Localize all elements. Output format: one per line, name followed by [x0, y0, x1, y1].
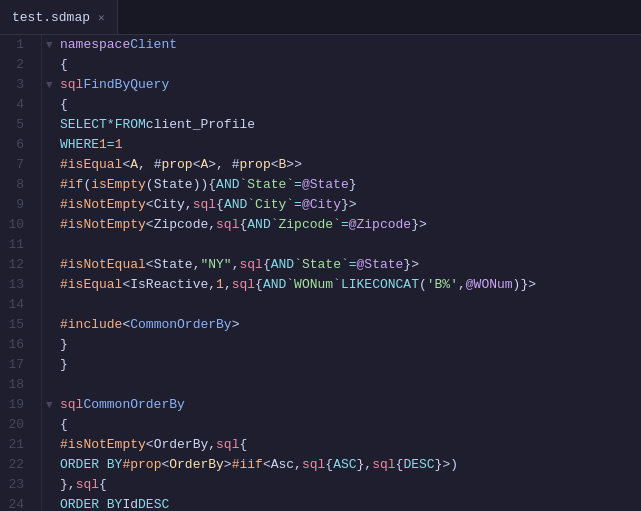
- code-line-7: #isEqual<A, #prop<A>, #prop<B>>: [46, 155, 641, 175]
- code-line-22: ORDER BY #prop<OrderBy> #iif<Asc, sql{ A…: [46, 455, 641, 475]
- code-line-23: }, sql{: [46, 475, 641, 495]
- gutter-num-23: 23: [0, 475, 32, 495]
- line-number-4: 4: [0, 95, 41, 115]
- line-number-2: 2: [0, 55, 41, 75]
- gutter-num-19: 19: [0, 395, 32, 415]
- tab-close-icon[interactable]: ✕: [98, 11, 105, 24]
- gutter-num-18: 18: [0, 375, 32, 395]
- code-line-9: #isNotEmpty<City, sql{ AND `City` = @Cit…: [46, 195, 641, 215]
- code-line-4: {: [46, 95, 641, 115]
- line-number-23: 23: [0, 475, 41, 495]
- gutter-num-8: 8: [0, 175, 32, 195]
- gutter-num-15: 15: [0, 315, 32, 335]
- code-line-13: #isEqual<IsReactive, 1 , sql{ AND `WONum…: [46, 275, 641, 295]
- gutter-num-12: 12: [0, 255, 32, 275]
- gutter-num-14: 14: [0, 295, 32, 315]
- gutter-num-3: 3: [0, 75, 32, 95]
- tab-label: test.sdmap: [12, 10, 90, 25]
- gutter-num-10: 10: [0, 215, 32, 235]
- code-line-8: #if (isEmpty(State)) { AND `State` = @St…: [46, 175, 641, 195]
- gutter-num-16: 16: [0, 335, 32, 355]
- line-number-19: 19: [0, 395, 41, 415]
- line-number-15: 15: [0, 315, 41, 335]
- line-number-1: 1: [0, 35, 41, 55]
- line-number-16: 16: [0, 335, 41, 355]
- line-number-10: 10: [0, 215, 41, 235]
- line-number-6: 6: [0, 135, 41, 155]
- line-number-7: 7: [0, 155, 41, 175]
- gutter-num-6: 6: [0, 135, 32, 155]
- code-line-2: {: [46, 55, 641, 75]
- gutter-num-1: 1: [0, 35, 32, 55]
- code-line-15: #include<CommonOrderBy>: [46, 315, 641, 335]
- line-number-3: 3: [0, 75, 41, 95]
- code-area[interactable]: ▼namespace Client {▼ sql FindByQuery { S…: [42, 35, 641, 511]
- code-line-3: ▼ sql FindByQuery: [46, 75, 641, 95]
- code-line-6: WHERE 1 = 1: [46, 135, 641, 155]
- line-number-14: 14: [0, 295, 41, 315]
- gutter-num-21: 21: [0, 435, 32, 455]
- gutter-num-13: 13: [0, 275, 32, 295]
- line-number-12: 12: [0, 255, 41, 275]
- line-number-20: 20: [0, 415, 41, 435]
- line-number-5: 5: [0, 115, 41, 135]
- gutter-num-2: 2: [0, 55, 32, 75]
- line-number-24: 24: [0, 495, 41, 511]
- code-line-18: [46, 375, 641, 395]
- gutter-num-4: 4: [0, 95, 32, 115]
- line-number-18: 18: [0, 375, 41, 395]
- gutter-num-24: 24: [0, 495, 32, 511]
- gutter-num-20: 20: [0, 415, 32, 435]
- tab-test-sdmap[interactable]: test.sdmap ✕: [0, 0, 118, 34]
- line-number-13: 13: [0, 275, 41, 295]
- line-number-22: 22: [0, 455, 41, 475]
- code-line-19: ▼sql CommonOrderBy: [46, 395, 641, 415]
- code-line-11: [46, 235, 641, 255]
- code-line-21: #isNotEmpty<OrderBy, sql{: [46, 435, 641, 455]
- gutter-num-22: 22: [0, 455, 32, 475]
- line-number-21: 21: [0, 435, 41, 455]
- tab-bar: test.sdmap ✕: [0, 0, 641, 35]
- code-line-20: {: [46, 415, 641, 435]
- line-number-9: 9: [0, 195, 41, 215]
- gutter-num-11: 11: [0, 235, 32, 255]
- gutter: 1234567891011121314151617181920212223242…: [0, 35, 42, 511]
- line-number-17: 17: [0, 355, 41, 375]
- gutter-num-17: 17: [0, 355, 32, 375]
- editor: 1234567891011121314151617181920212223242…: [0, 35, 641, 511]
- line-number-8: 8: [0, 175, 41, 195]
- code-line-1: ▼namespace Client: [46, 35, 641, 55]
- code-line-24: ORDER BY Id DESC: [46, 495, 641, 511]
- code-line-12: #isNotEqual<State, "NY", sql{ AND `State…: [46, 255, 641, 275]
- code-line-5: SELECT * FROM client_Profile: [46, 115, 641, 135]
- code-line-17: }: [46, 355, 641, 375]
- gutter-num-7: 7: [0, 155, 32, 175]
- code-line-14: [46, 295, 641, 315]
- code-line-10: #isNotEmpty<Zipcode, sql{ AND `Zipcode` …: [46, 215, 641, 235]
- line-number-11: 11: [0, 235, 41, 255]
- code-line-16: }: [46, 335, 641, 355]
- gutter-num-9: 9: [0, 195, 32, 215]
- gutter-num-5: 5: [0, 115, 32, 135]
